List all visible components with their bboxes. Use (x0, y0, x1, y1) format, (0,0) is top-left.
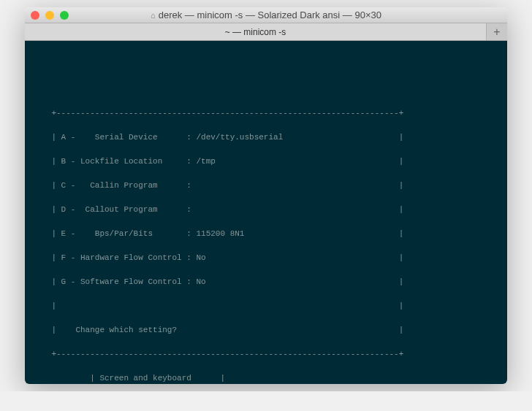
tab-add-button[interactable]: + (487, 23, 507, 40)
menu-screen-keyboard[interactable]: | Screen and keyboard | (32, 372, 500, 385)
settings-blank-row: | | (32, 300, 500, 312)
tab-label: ~ — minicom -s (225, 27, 286, 37)
setting-software-flow[interactable]: | G - Software Flow Control : No | (32, 276, 500, 288)
maximize-button[interactable] (60, 11, 69, 20)
window-title-text: derek — minicom -s — Solarized Dark ansi… (159, 9, 381, 20)
settings-border-bottom: +---------------------------------------… (32, 348, 500, 361)
settings-prompt: | Change which setting? | (32, 324, 500, 337)
setting-callout-program[interactable]: | D - Callout Program : | (32, 204, 500, 216)
terminal-blank (32, 83, 500, 96)
traffic-lights (31, 11, 69, 20)
setting-bps-par-bits[interactable]: | E - Bps/Par/Bits : 115200 8N1 | (32, 228, 500, 240)
terminal-window: ⌂ derek — minicom -s — Solarized Dark an… (25, 7, 507, 384)
setting-lockfile-location[interactable]: | B - Lockfile Location : /tmp | (32, 155, 500, 168)
minimize-button[interactable] (45, 11, 54, 20)
setting-hardware-flow[interactable]: | F - Hardware Flow Control : No | (32, 252, 500, 264)
setting-serial-device[interactable]: | A - Serial Device : /dev/tty.usbserial… (32, 131, 500, 144)
setting-callin-program[interactable]: | C - Callin Program : | (32, 180, 500, 192)
close-button[interactable] (31, 11, 39, 20)
tabbar: ~ — minicom -s + (25, 23, 507, 41)
settings-border-top: +---------------------------------------… (32, 107, 500, 120)
window-title: ⌂ derek — minicom -s — Solarized Dark an… (25, 9, 507, 20)
tab-active[interactable]: ~ — minicom -s (25, 23, 487, 40)
terminal-blank (32, 59, 500, 72)
home-icon: ⌂ (151, 11, 156, 20)
titlebar: ⌂ derek — minicom -s — Solarized Dark an… (25, 7, 507, 23)
terminal-content[interactable]: +---------------------------------------… (25, 41, 507, 384)
